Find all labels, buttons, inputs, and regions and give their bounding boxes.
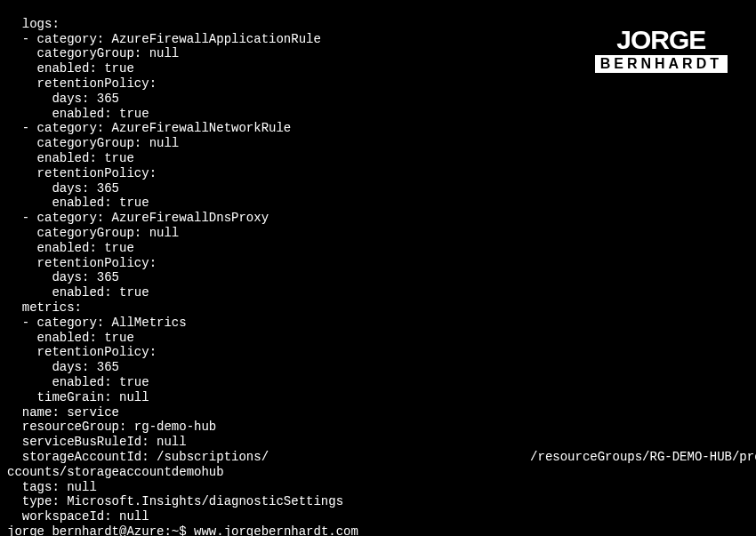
output-line: timeGrain: null: [7, 390, 149, 404]
logo-bottom-text: BERNHARDT: [595, 55, 728, 73]
logo-top-text: JORGE: [595, 27, 728, 53]
output-line: resourceGroup: rg-demo-hub: [7, 420, 216, 434]
output-line: retentionPolicy:: [7, 166, 157, 180]
prompt-colon: :: [164, 524, 171, 536]
output-line: days: 365: [7, 360, 119, 374]
output-line: enabled: true: [7, 107, 149, 121]
output-line: - category: AzureFirewallDnsProxy: [7, 211, 269, 225]
output-line: metrics:: [7, 300, 82, 315]
output-line: categoryGroup: null: [7, 46, 179, 60]
prompt-user-host: jorge_bernhardt@Azure: [7, 524, 164, 536]
output-line: type: Microsoft.Insights/diagnosticSetti…: [7, 494, 343, 508]
output-line: retentionPolicy:: [7, 345, 157, 359]
output-line: enabled: true: [7, 151, 134, 165]
output-line: retentionPolicy:: [7, 76, 157, 91]
terminal-output: logs: - category: AzureFirewallApplicati…: [7, 2, 749, 524]
output-line: - category: AzureFirewallNetworkRule: [7, 121, 291, 135]
output-line: enabled: true: [7, 61, 134, 76]
output-line: days: 365: [7, 181, 119, 196]
output-line: enabled: true: [7, 375, 149, 389]
output-line: enabled: true: [7, 285, 149, 300]
logo-watermark: JORGE BERNHARDT: [595, 27, 728, 73]
output-line: days: 365: [7, 270, 119, 284]
output-line: serviceBusRuleId: null: [7, 435, 187, 449]
output-line: categoryGroup: null: [7, 226, 179, 240]
output-line: retentionPolicy:: [7, 256, 157, 270]
terminal-prompt-line[interactable]: jorge_bernhardt@Azure:~$ www.jorgebernha…: [7, 524, 749, 536]
output-line: categoryGroup: null: [7, 136, 179, 150]
output-line: enabled: true: [7, 241, 134, 255]
output-line: name: service: [7, 405, 119, 420]
prompt-dollar: $: [179, 524, 194, 536]
output-line: workspaceId: null: [7, 509, 149, 524]
prompt-command-input[interactable]: www.jorgebernhardt.com: [194, 524, 358, 536]
output-line: days: 365: [7, 92, 119, 106]
output-line: - category: AllMetrics: [7, 316, 187, 330]
output-line: - category: AzureFirewallApplicationRule: [7, 32, 321, 46]
output-line: ccounts/storageaccountdemohub: [7, 465, 224, 479]
output-line: enabled: true: [7, 196, 149, 210]
prompt-path: ~: [172, 524, 179, 536]
output-line: enabled: true: [7, 331, 134, 345]
output-line: logs:: [7, 17, 60, 31]
output-line: storageAccountId: /subscriptions/ /resou…: [7, 450, 756, 464]
output-line: tags: null: [7, 480, 97, 494]
